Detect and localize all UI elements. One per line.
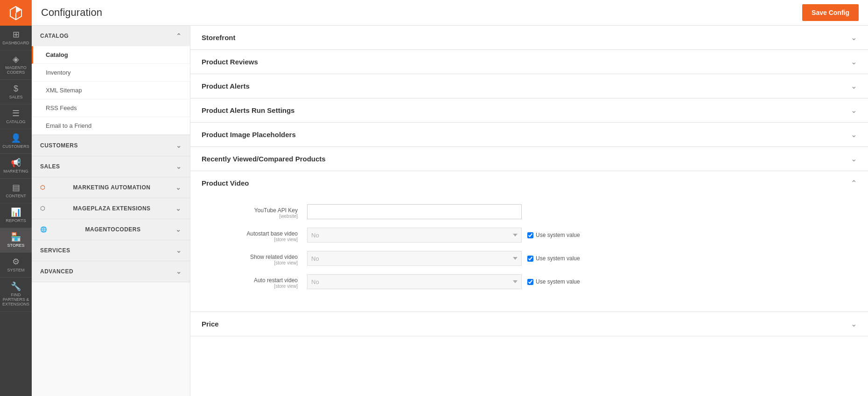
section-product-image-header[interactable]: Product Image Placeholders ⌄ [190, 123, 868, 146]
youtube-api-key-input[interactable] [307, 204, 522, 219]
dashboard-icon: ⊞ [13, 30, 20, 39]
section-recently-viewed-title: Recently Viewed/Compared Products [202, 155, 326, 163]
sidebar-item-catalog[interactable]: Catalog [32, 46, 190, 64]
autostart-system-value-checkbox[interactable] [527, 232, 533, 238]
chevron-down-icon-product-reviews: ⌄ [851, 57, 857, 66]
config-main-content: Storefront ⌄ Product Reviews ⌄ Product A… [190, 26, 868, 396]
section-product-alerts-title: Product Alerts [202, 82, 250, 90]
field-row-auto-restart-video: Auto restart video [store view] No Yes U… [204, 274, 854, 289]
sidebar-item-email-friend[interactable]: Email to a Friend [32, 117, 190, 135]
sidebar-item-rss-feeds[interactable]: RSS Feeds [32, 99, 190, 117]
sidebar-section-mageplaza-header[interactable]: ⬡ MAGEPLAZA EXTENSIONS ⌄ [32, 198, 190, 219]
nav-item-content[interactable]: ▤ CONTENT [0, 179, 32, 203]
nav-item-system[interactable]: ⚙ SYSTEM [0, 253, 32, 278]
sidebar-section-catalog-label: CATALOG [40, 33, 69, 39]
sidebar-section-magentocoders-header[interactable]: 🌐 MAGENTOCODERS ⌄ [32, 219, 190, 240]
section-price-header[interactable]: Price ⌄ [190, 312, 868, 336]
autostart-video-select[interactable]: No Yes [307, 228, 522, 243]
save-config-button[interactable]: Save Config [802, 4, 859, 21]
nav-item-customers-label: CUSTOMERS [2, 144, 29, 149]
auto-restart-system-value-checkbox[interactable] [527, 279, 533, 285]
section-storefront-header[interactable]: Storefront ⌄ [190, 26, 868, 49]
chevron-down-icon-storefront: ⌄ [851, 33, 857, 42]
field-row-youtube-api-key: YouTube API Key [website] [204, 204, 854, 219]
top-bar: Configuration Save Config [32, 0, 868, 26]
section-product-video-title: Product Video [202, 179, 249, 187]
nav-item-magento-coders-label: MAGENTO CODERS [2, 65, 30, 75]
sidebar-item-xml-sitemap[interactable]: XML Sitemap [32, 82, 190, 99]
chevron-down-icon-customers: ⌄ [176, 142, 182, 149]
sidebar-section-sales-label: SALES [40, 163, 60, 170]
chevron-up-icon-product-video: ⌃ [851, 179, 857, 188]
field-row-show-related-video: Show related video [store view] No Yes U… [204, 251, 854, 266]
autostart-video-control: No Yes Use system value [307, 228, 854, 243]
chevron-down-icon-marketing: ⌄ [175, 184, 182, 191]
sidebar-section-mageplaza: ⬡ MAGEPLAZA EXTENSIONS ⌄ [32, 198, 190, 219]
sidebar-section-customers-label: CUSTOMERS [40, 142, 78, 149]
customers-icon: 👤 [11, 134, 21, 142]
auto-restart-video-control: No Yes Use system value [307, 274, 854, 289]
autostart-video-label: Autostart base video [store view] [204, 228, 307, 242]
magentocoders-icon: 🌐 [40, 226, 48, 233]
nav-item-customers[interactable]: 👤 CUSTOMERS [0, 129, 32, 154]
section-product-alerts-header[interactable]: Product Alerts ⌄ [190, 74, 868, 98]
sidebar-section-marketing-header[interactable]: ⬡ MARKETING AUTOMATION ⌄ [32, 177, 190, 198]
nav-item-sales[interactable]: $ SALES [0, 80, 32, 104]
show-related-video-select[interactable]: No Yes [307, 251, 522, 266]
nav-item-reports[interactable]: 📊 REPORTS [0, 203, 32, 228]
sidebar-section-customers-header[interactable]: CUSTOMERS ⌄ [32, 135, 190, 156]
sidebar-section-catalog-header[interactable]: CATALOG ⌃ [32, 26, 190, 46]
nav-item-catalog[interactable]: ☰ CATALOG [0, 104, 32, 129]
nav-item-stores[interactable]: 🏪 STORES [0, 228, 32, 253]
youtube-api-key-control [307, 204, 854, 219]
auto-restart-use-system-value[interactable]: Use system value [527, 278, 580, 285]
sidebar-section-magentocoders-label: MAGENTOCODERS [85, 226, 141, 233]
sidebar-section-services-header[interactable]: SERVICES ⌄ [32, 240, 190, 261]
content-icon: ▤ [12, 183, 20, 192]
nav-item-find-partners[interactable]: 🔧 FIND PARTNERS & EXTENSIONS [0, 278, 32, 312]
sidebar-section-sales: SALES ⌄ [32, 156, 190, 177]
section-storefront-title: Storefront [202, 34, 236, 42]
section-product-video: Product Video ⌃ YouTube API Key [website… [190, 171, 868, 312]
section-storefront: Storefront ⌄ [190, 26, 868, 50]
sales-icon: $ [14, 84, 18, 93]
nav-item-content-label: CONTENT [6, 194, 26, 198]
nav-item-marketing[interactable]: 📢 MARKETING [0, 154, 32, 179]
sidebar-section-catalog: CATALOG ⌃ Catalog Inventory XML Sitemap … [32, 26, 190, 135]
section-product-image-placeholders: Product Image Placeholders ⌄ [190, 123, 868, 147]
section-recently-viewed-header[interactable]: Recently Viewed/Compared Products ⌄ [190, 147, 868, 171]
chevron-down-icon-magentocoders: ⌄ [175, 226, 182, 233]
sidebar-section-advanced: ADVANCED ⌄ [32, 261, 190, 282]
chevron-down-icon-services: ⌄ [176, 247, 182, 254]
stores-icon: 🏪 [11, 233, 21, 241]
show-related-use-system-value[interactable]: Use system value [527, 255, 580, 262]
marketing-icon: 📢 [11, 159, 21, 167]
sidebar-section-advanced-header[interactable]: ADVANCED ⌄ [32, 261, 190, 282]
chevron-down-icon-product-image: ⌄ [851, 130, 857, 139]
nav-item-dashboard[interactable]: ⊞ DASHBOARD [0, 26, 32, 50]
magento-coders-icon: ◈ [13, 55, 19, 63]
sidebar-section-services-label: SERVICES [40, 247, 70, 254]
section-recently-viewed: Recently Viewed/Compared Products ⌄ [190, 147, 868, 171]
nav-item-system-label: SYSTEM [7, 268, 24, 272]
content-area: CATALOG ⌃ Catalog Inventory XML Sitemap … [32, 26, 868, 396]
sidebar-item-inventory[interactable]: Inventory [32, 64, 190, 82]
sidebar-section-advanced-label: ADVANCED [40, 268, 73, 275]
nav-item-magento-coders[interactable]: ◈ MAGENTO CODERS [0, 50, 32, 80]
auto-restart-video-select[interactable]: No Yes [307, 274, 522, 289]
sidebar-section-services: SERVICES ⌄ [32, 240, 190, 261]
sidebar-section-sales-header[interactable]: SALES ⌄ [32, 156, 190, 177]
sidebar-section-marketing-automation: ⬡ MARKETING AUTOMATION ⌄ [32, 177, 190, 198]
section-product-alerts-run-header[interactable]: Product Alerts Run Settings ⌄ [190, 98, 868, 122]
magento-logo[interactable] [0, 0, 32, 26]
main-area: Configuration Save Config CATALOG ⌃ Cata… [32, 0, 868, 396]
section-product-video-header[interactable]: Product Video ⌃ [190, 171, 868, 195]
section-product-alerts: Product Alerts ⌄ [190, 74, 868, 98]
reports-icon: 📊 [11, 208, 21, 216]
nav-item-stores-label: STORES [7, 243, 25, 248]
autostart-use-system-value[interactable]: Use system value [527, 232, 580, 238]
auto-restart-video-label: Auto restart video [store view] [204, 274, 307, 289]
chevron-down-icon-recently-viewed: ⌄ [851, 154, 857, 163]
section-product-reviews-header[interactable]: Product Reviews ⌄ [190, 50, 868, 74]
show-related-system-value-checkbox[interactable] [527, 256, 533, 262]
